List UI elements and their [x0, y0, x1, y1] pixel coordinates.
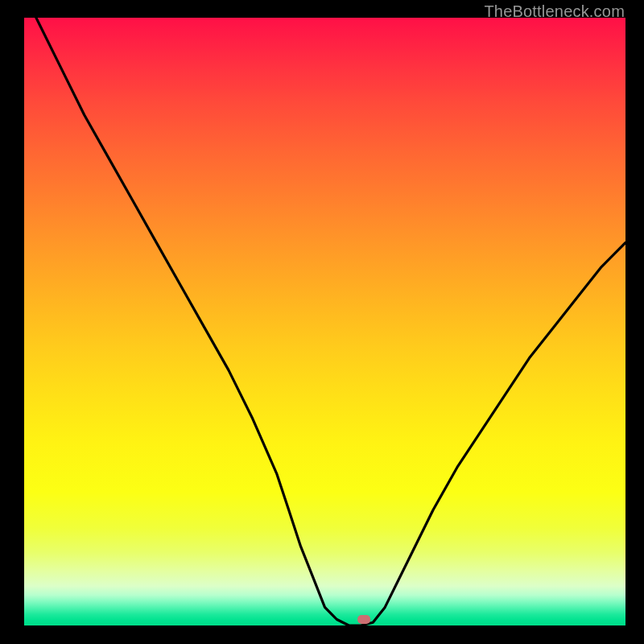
plot-area	[24, 18, 625, 625]
curve-svg	[24, 18, 625, 625]
bottleneck-curve	[36, 18, 625, 625]
chart-stage: TheBottleneck.com	[0, 0, 644, 644]
minimum-marker	[357, 615, 370, 624]
